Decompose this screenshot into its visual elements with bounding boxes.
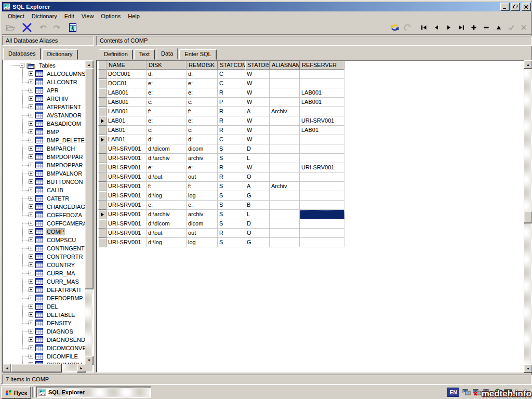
grid-cell[interactable]: URI-SRV001 bbox=[107, 201, 147, 210]
grid-cell[interactable] bbox=[270, 172, 300, 182]
tree-item-coeffdoza-17[interactable]: COEFFDOZA bbox=[3, 211, 85, 219]
expand-plus-icon[interactable] bbox=[29, 304, 33, 309]
grid-cell[interactable] bbox=[270, 201, 300, 210]
grid-cell[interactable]: f: bbox=[187, 182, 218, 191]
edit-record-icon[interactable] bbox=[493, 22, 505, 33]
grid-cell[interactable] bbox=[270, 229, 300, 238]
tree-item-compscu-20[interactable]: COMPSCU bbox=[3, 236, 85, 244]
grid-cell[interactable]: LAB001 bbox=[107, 98, 147, 107]
grid-cell-selected[interactable] bbox=[300, 210, 344, 219]
tab-left-dictionary[interactable]: Dictionary bbox=[42, 49, 78, 60]
tree-item-contingent-21[interactable]: CONTINGENT bbox=[3, 244, 85, 252]
row-indicator[interactable] bbox=[98, 201, 107, 210]
grid-cell[interactable]: R bbox=[218, 116, 245, 126]
tree-item-buttoncon-13[interactable]: BUTTONCON bbox=[3, 178, 85, 186]
grid-cell[interactable]: d:\archiv bbox=[147, 154, 187, 163]
row-indicator[interactable] bbox=[98, 163, 107, 172]
grid-cell[interactable]: LAB001 bbox=[300, 98, 344, 107]
grid-cell[interactable] bbox=[270, 126, 300, 135]
grid-cell[interactable]: f: bbox=[147, 182, 187, 191]
tree-item-country-23[interactable]: COUNTRY bbox=[3, 261, 85, 269]
expand-plus-icon[interactable] bbox=[29, 88, 33, 92]
grid-cell[interactable]: URI-SRV001 bbox=[300, 116, 344, 126]
tree-item-allcontr-1[interactable]: ALLCONTR bbox=[3, 78, 85, 86]
grid-cell[interactable] bbox=[270, 144, 300, 154]
grid-cell[interactable] bbox=[270, 135, 300, 144]
grid-cell[interactable]: R bbox=[218, 229, 245, 238]
grid-cell[interactable]: e: bbox=[187, 163, 218, 172]
row-indicator[interactable] bbox=[98, 88, 107, 98]
grid-cell[interactable]: d:\out bbox=[147, 229, 187, 238]
open-icon[interactable] bbox=[4, 22, 17, 33]
grid-cell[interactable]: O bbox=[245, 229, 270, 238]
grid-cell[interactable] bbox=[300, 219, 344, 229]
expand-plus-icon[interactable] bbox=[29, 312, 33, 317]
tree-item-contportr-22[interactable]: CONTPORTR bbox=[3, 252, 85, 261]
grid-cell[interactable]: LAB01 bbox=[107, 135, 147, 144]
grid-cell[interactable]: URI-SRV001 bbox=[107, 191, 147, 201]
grid-cell[interactable]: Archiv bbox=[270, 182, 300, 191]
tree-node-tables[interactable]: Tables bbox=[3, 61, 85, 70]
grid-cell[interactable]: f: bbox=[187, 107, 218, 116]
restore-button[interactable] bbox=[511, 3, 520, 11]
scroll-up-icon[interactable]: ▲ bbox=[524, 60, 532, 69]
grid-cell[interactable]: d: bbox=[187, 70, 218, 79]
expand-plus-icon[interactable] bbox=[29, 221, 33, 225]
expand-plus-icon[interactable] bbox=[29, 354, 33, 358]
tree-item-allcolumns-0[interactable]: ALLCOLUMNS bbox=[3, 70, 85, 78]
grid-cell[interactable]: W bbox=[245, 116, 270, 126]
grid-cell[interactable]: URI-SRV001 bbox=[107, 144, 147, 154]
grid-vscroll-thumb[interactable] bbox=[524, 211, 532, 223]
expand-plus-icon[interactable] bbox=[29, 104, 33, 109]
grid-cell[interactable]: archiv bbox=[187, 154, 218, 163]
start-button[interactable]: Пуск bbox=[1, 387, 31, 399]
grid-cell[interactable]: d:\dicom bbox=[147, 219, 187, 229]
grid-column-header-remdisk[interactable]: REMDISK bbox=[187, 61, 218, 70]
grid-cell[interactable] bbox=[270, 88, 300, 98]
row-indicator[interactable] bbox=[98, 98, 107, 107]
grid-cell[interactable]: C bbox=[218, 79, 245, 88]
row-indicator[interactable] bbox=[98, 79, 107, 88]
tree-item-atrpatient-4[interactable]: ATRPATIENT bbox=[3, 103, 85, 111]
grid-cell[interactable]: Archiv bbox=[270, 107, 300, 116]
grid-cell[interactable]: URI-SRV001 bbox=[107, 182, 147, 191]
grid-cell[interactable]: e: bbox=[147, 79, 187, 88]
grid-cell[interactable]: e: bbox=[147, 163, 187, 172]
grid-column-header-aliasnam[interactable]: ALIASNAM bbox=[270, 61, 300, 70]
grid-cell[interactable]: W bbox=[245, 126, 270, 135]
grid-cell[interactable] bbox=[270, 191, 300, 201]
tab-right-data[interactable]: Data bbox=[156, 48, 178, 60]
grid-cell[interactable]: S bbox=[218, 154, 245, 163]
grid-cell[interactable]: P bbox=[218, 98, 245, 107]
grid-cell[interactable]: B bbox=[245, 201, 270, 210]
grid-cell[interactable]: d:\log bbox=[147, 238, 187, 247]
grid-cell[interactable]: e: bbox=[187, 201, 218, 210]
menu-item-object[interactable]: Object bbox=[4, 12, 28, 21]
row-indicator[interactable] bbox=[98, 238, 107, 247]
grid-cell[interactable]: W bbox=[245, 88, 270, 98]
grid-cell[interactable]: LAB001 bbox=[300, 88, 344, 98]
grid-cell[interactable]: R bbox=[218, 126, 245, 135]
grid-cell[interactable] bbox=[300, 238, 344, 247]
tree-item-curr-ma-24[interactable]: CURR_MA bbox=[3, 269, 85, 277]
expand-plus-icon[interactable] bbox=[29, 196, 33, 201]
scroll-left-icon[interactable]: ◄ bbox=[3, 364, 11, 373]
grid-cell[interactable]: W bbox=[245, 98, 270, 107]
expand-plus-icon[interactable] bbox=[29, 237, 33, 242]
close-button[interactable] bbox=[522, 3, 531, 11]
tab-right-enter-sql[interactable]: Enter SQL bbox=[179, 49, 216, 60]
tree-item-bmpdoppar-10[interactable]: BMPDOPPAR bbox=[3, 153, 85, 161]
expand-plus-icon[interactable] bbox=[29, 287, 33, 292]
grid-cell[interactable]: LAB01 bbox=[300, 126, 344, 135]
tree-item-apr-2[interactable]: APR bbox=[3, 86, 85, 95]
tree-item-density-30[interactable]: DENSITY bbox=[3, 319, 85, 327]
tree-item-coffcamera-18[interactable]: COFFCAMERA bbox=[3, 219, 85, 228]
grid-column-header-disk[interactable]: DISK bbox=[147, 61, 187, 70]
grid-cell[interactable] bbox=[270, 219, 300, 229]
row-indicator[interactable] bbox=[98, 135, 107, 144]
row-indicator[interactable] bbox=[98, 182, 107, 191]
expand-plus-icon[interactable] bbox=[29, 188, 33, 192]
row-indicator[interactable] bbox=[98, 191, 107, 201]
grid-cell[interactable]: e: bbox=[187, 79, 218, 88]
grid-cell[interactable] bbox=[300, 135, 344, 144]
